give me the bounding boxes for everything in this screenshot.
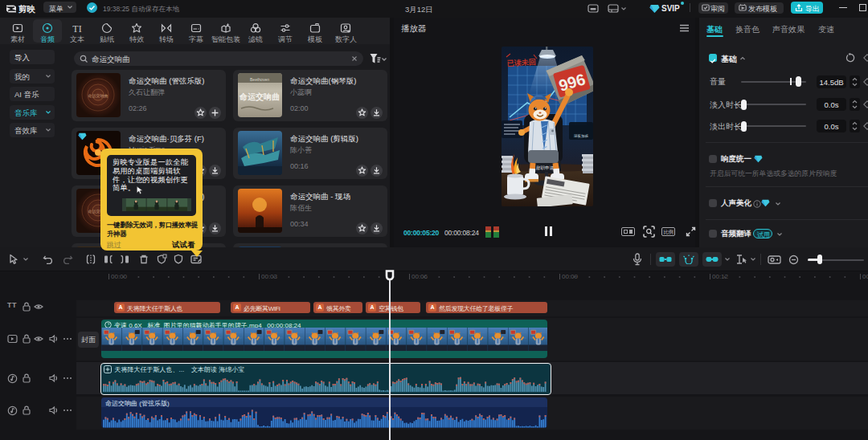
svg-text:深夜加班: 深夜加班: [574, 134, 589, 138]
svg-text:命运交响曲: 命运交响曲: [88, 93, 108, 99]
svg-text:命运交响曲: 命运交响曲: [239, 92, 280, 101]
svg-text:已读未回: 已读未回: [507, 58, 536, 67]
svg-text:辞职申请: 辞职申请: [536, 165, 555, 171]
svg-text:Beethoven: Beethoven: [250, 77, 269, 82]
svg-text:TI: TI: [72, 23, 81, 35]
